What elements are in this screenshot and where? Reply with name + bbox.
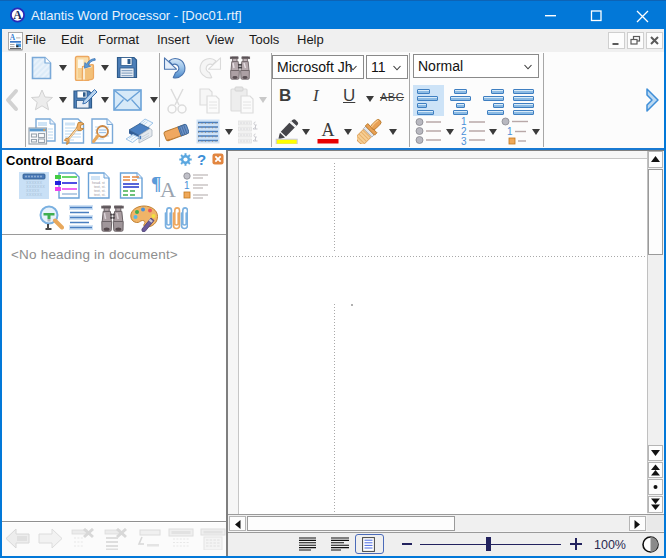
scroll-up-button[interactable]	[648, 151, 663, 168]
document-options-icon[interactable]	[60, 118, 87, 146]
document-properties-icon[interactable]	[28, 118, 56, 146]
toolbar-scroll-right-icon[interactable]	[644, 87, 661, 113]
mdi-close-button[interactable]	[646, 32, 663, 49]
align-left-button[interactable]	[413, 85, 444, 116]
select-browse-object-button[interactable]	[648, 479, 663, 495]
menu-format[interactable]: Format	[98, 32, 139, 47]
cb-numbered-headings-icon[interactable]: 1	[183, 172, 209, 199]
open-dropdown-icon[interactable]	[101, 65, 109, 71]
email-dropdown-icon[interactable]	[150, 97, 158, 103]
paste-dropdown-icon[interactable]	[259, 97, 267, 103]
menu-file[interactable]: File	[25, 32, 46, 47]
cb-document-preview-icon[interactable]: head. sttext, st.text, st.text, st.	[87, 172, 110, 199]
cb-copy-all-headings-icon[interactable]	[200, 528, 226, 550]
cb-find-icon[interactable]	[100, 205, 125, 232]
autoformat-icon[interactable]	[196, 119, 220, 144]
cb-remove-all-headings-icon[interactable]	[104, 528, 129, 550]
email-icon[interactable]	[113, 89, 142, 111]
next-page-button[interactable]	[648, 496, 663, 513]
new-document-icon[interactable]	[31, 56, 52, 80]
favorites-star-icon[interactable]	[30, 88, 54, 112]
zoom-out-button[interactable]	[402, 543, 412, 545]
paste-icon[interactable]	[228, 86, 257, 116]
erase-icon[interactable]	[163, 122, 189, 144]
print-icon[interactable]	[125, 118, 155, 146]
save-as-icon[interactable]	[72, 87, 98, 113]
bullets-icon[interactable]	[415, 117, 442, 145]
minimize-button[interactable]	[534, 1, 568, 30]
help-question-icon[interactable]: ?	[197, 151, 206, 168]
multilevel-dropdown-icon[interactable]	[532, 129, 540, 135]
redo-icon[interactable]	[196, 55, 222, 82]
menu-insert[interactable]: Insert	[157, 32, 190, 47]
bold-button[interactable]: B	[279, 86, 291, 106]
cb-move-heading-icon[interactable]	[136, 528, 162, 550]
multilevel-list-icon[interactable]: 1	[501, 117, 529, 145]
font-size-combobox[interactable]: 11	[366, 55, 408, 79]
sort-icon[interactable]	[238, 120, 258, 145]
scroll-right-button[interactable]	[629, 516, 646, 531]
numbering-dropdown-icon[interactable]	[489, 129, 497, 135]
align-right-button[interactable]	[479, 85, 510, 116]
align-center-button[interactable]	[446, 85, 477, 116]
bullets-dropdown-icon[interactable]	[446, 129, 454, 135]
document-page[interactable]	[238, 158, 647, 514]
menu-tools[interactable]: Tools	[249, 32, 279, 47]
cb-attachments-icon[interactable]	[162, 205, 188, 232]
page-layout-view-button[interactable]	[355, 534, 384, 554]
menu-edit[interactable]: Edit	[61, 32, 83, 47]
favorites-dropdown-icon[interactable]	[59, 97, 67, 103]
scroll-left-button[interactable]	[229, 516, 246, 531]
style-combobox[interactable]: Normal	[413, 54, 539, 78]
previous-page-button[interactable]	[648, 462, 663, 478]
open-icon[interactable]	[72, 55, 96, 81]
find-icon[interactable]	[229, 56, 251, 80]
toolbar-scroll-left-icon[interactable]	[3, 88, 21, 112]
cb-formatting-icon[interactable]: ¶ A	[151, 172, 177, 199]
numbering-icon[interactable]: 123	[459, 117, 486, 145]
cb-palette-icon[interactable]	[130, 205, 159, 232]
format-painter-icon[interactable]	[357, 117, 386, 144]
new-dropdown-icon[interactable]	[59, 65, 67, 71]
autoformat-dropdown-icon[interactable]	[225, 129, 233, 135]
mdi-restore-button[interactable]	[627, 32, 644, 49]
save-as-dropdown-icon[interactable]	[101, 97, 109, 103]
underline-button[interactable]: U	[343, 86, 355, 106]
cb-forward-icon[interactable]	[38, 528, 63, 549]
cb-layout-icon[interactable]: xxxxxxxxxxxxxxxxxxxxxxxx	[22, 172, 46, 197]
horizontal-scrollbar[interactable]	[228, 514, 647, 531]
scroll-down-button[interactable]	[648, 445, 663, 461]
draft-view-icon[interactable]	[299, 537, 317, 552]
menu-help[interactable]: Help	[297, 32, 324, 47]
document-view[interactable]	[228, 151, 647, 514]
undo-icon[interactable]	[163, 55, 189, 82]
font-name-combobox[interactable]: Microsoft Jh	[272, 55, 364, 79]
vertical-scrollbar[interactable]	[647, 151, 663, 513]
online-view-icon[interactable]	[331, 537, 350, 552]
highlight-icon[interactable]	[275, 118, 300, 144]
panel-close-icon[interactable]	[212, 153, 224, 165]
close-button[interactable]	[625, 1, 659, 30]
cut-icon[interactable]	[163, 87, 191, 115]
print-preview-icon[interactable]	[88, 118, 116, 146]
menu-view[interactable]: View	[206, 32, 234, 47]
cb-document-styles-icon[interactable]	[119, 172, 143, 199]
format-painter-dropdown-icon[interactable]	[389, 129, 397, 135]
vertical-scroll-thumb[interactable]	[648, 169, 663, 255]
highlight-dropdown-icon[interactable]	[302, 129, 310, 135]
cb-zoom-icon[interactable]	[38, 205, 64, 232]
horizontal-scroll-thumb[interactable]	[247, 516, 455, 531]
save-icon[interactable]	[116, 56, 138, 79]
font-color-icon[interactable]: A	[317, 120, 339, 144]
cb-back-icon[interactable]	[5, 528, 30, 549]
italic-button[interactable]: I	[313, 86, 319, 106]
mdi-minimize-button[interactable]	[608, 32, 625, 49]
cb-paragraphs-icon[interactable]	[69, 205, 93, 231]
maximize-button[interactable]	[579, 1, 613, 30]
zoom-slider-thumb[interactable]	[486, 537, 491, 551]
cb-remove-heading-icon[interactable]	[71, 528, 96, 550]
zoom-in-button-v[interactable]	[575, 538, 577, 550]
font-color-dropdown-icon[interactable]	[344, 129, 352, 135]
cb-headings-icon[interactable]	[54, 172, 80, 199]
background-toggle-icon[interactable]	[642, 536, 659, 553]
